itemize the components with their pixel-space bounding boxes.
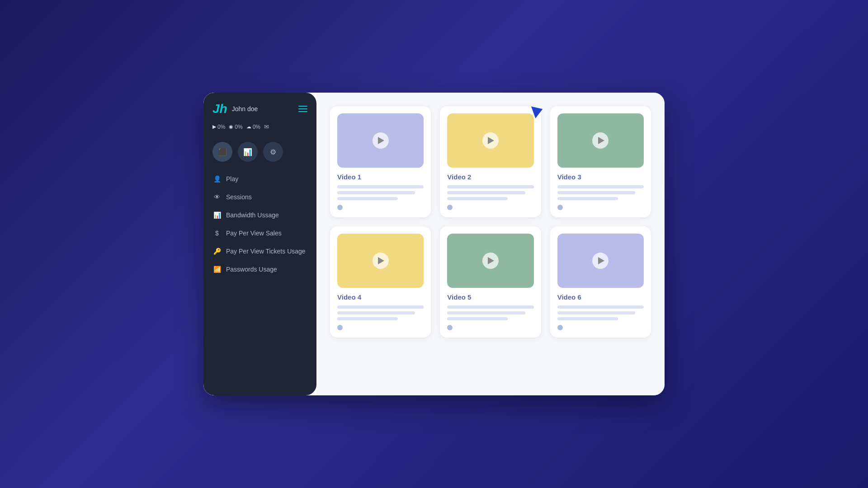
record-stat-icon: ◉ <box>229 124 233 130</box>
sidebar-item-passwords-usage-label: Passwords Usage <box>226 266 277 273</box>
video-line-6b <box>557 311 635 314</box>
settings-icon-btn[interactable]: ⚙ <box>263 142 283 162</box>
sidebar-header: Jh John doe <box>203 102 316 121</box>
user-name: John doe <box>232 105 258 113</box>
video-line-5a <box>447 305 533 309</box>
video-dot-6 <box>557 325 563 330</box>
chart-icon-btn[interactable]: 📊 <box>238 142 258 162</box>
video-card-5[interactable]: Video 5 <box>440 226 541 338</box>
video-line-1a <box>337 185 424 188</box>
sidebar-item-ppv-tickets-label: Pay Per View Tickets Usage <box>226 248 306 255</box>
play-triangle-icon <box>378 137 384 144</box>
sidebar-item-bandwidth-label: Bandwidth Ussage <box>226 211 279 219</box>
sidebar-item-ppv-sales-label: Pay Per View Sales <box>226 230 282 237</box>
video-thumbnail-2 <box>447 113 533 168</box>
play-triangle-icon <box>598 137 604 144</box>
video-card-1[interactable]: Video 1 <box>330 106 431 217</box>
play-button-5[interactable] <box>482 253 499 269</box>
video-thumbnail-3 <box>557 113 644 168</box>
video-line-1b <box>337 191 415 194</box>
mail-icon: ✉ <box>264 123 269 130</box>
cursor-arrow <box>531 103 545 118</box>
video-line-6a <box>557 305 644 309</box>
sidebar-stats: ▶ 0% ◉ 0% ☁ 0% ✉ <box>203 121 316 137</box>
sidebar-nav: 👤 Play 👁 Sessions 📊 Bandwidth Ussage $ P… <box>203 171 316 277</box>
stat-cloud: ☁ 0% <box>246 124 260 130</box>
video-line-4c <box>337 317 398 320</box>
video-line-2a <box>447 185 533 188</box>
video-card-2[interactable]: Video 2 <box>440 106 541 217</box>
video-dot-3 <box>557 205 563 210</box>
play-button-6[interactable] <box>592 253 609 269</box>
video-line-4a <box>337 305 424 309</box>
video-line-6c <box>557 317 618 320</box>
sidebar-item-sessions[interactable]: 👁 Sessions <box>208 189 312 205</box>
video-line-5b <box>447 311 525 314</box>
sidebar-logo: Jh John doe <box>212 102 258 116</box>
video-title-1: Video 1 <box>337 173 424 181</box>
play-button-2[interactable] <box>482 132 499 149</box>
play-nav-icon: 👤 <box>213 175 221 183</box>
video-line-4b <box>337 311 415 314</box>
video-thumbnail-5 <box>447 234 533 288</box>
sessions-nav-icon: 👁 <box>213 193 221 201</box>
monitor-icon-btn[interactable]: ⬛ <box>212 142 232 162</box>
hamburger-menu-icon[interactable] <box>298 106 307 112</box>
video-thumbnail-1 <box>337 113 424 168</box>
sidebar-item-play-label: Play <box>226 175 238 183</box>
video-line-3a <box>557 185 644 188</box>
sidebar-item-play[interactable]: 👤 Play <box>208 171 312 187</box>
record-stat-value: 0% <box>235 124 242 130</box>
stat-play: ▶ 0% <box>212 124 225 130</box>
video-line-2c <box>447 197 508 200</box>
stat-record: ◉ 0% <box>229 124 242 130</box>
play-triangle-icon <box>378 257 384 264</box>
video-line-2b <box>447 191 525 194</box>
play-triangle-icon <box>488 137 494 144</box>
video-card-3[interactable]: Video 3 <box>550 106 651 217</box>
play-stat-value: 0% <box>217 124 225 130</box>
ppv-tickets-nav-icon: 🔑 <box>213 248 221 255</box>
video-card-4[interactable]: Video 4 <box>330 226 431 338</box>
video-line-5c <box>447 317 508 320</box>
sidebar-item-sessions-label: Sessions <box>226 193 252 201</box>
video-title-6: Video 6 <box>557 293 644 301</box>
video-dot-5 <box>447 325 453 330</box>
video-title-2: Video 2 <box>447 173 533 181</box>
ppv-sales-nav-icon: $ <box>213 230 221 237</box>
play-triangle-icon <box>598 257 604 264</box>
video-title-5: Video 5 <box>447 293 533 301</box>
play-button-4[interactable] <box>373 253 389 269</box>
cloud-stat-icon: ☁ <box>246 124 251 130</box>
sidebar: Jh John doe ▶ 0% ◉ 0% ☁ 0% ✉ <box>203 93 316 395</box>
play-button-3[interactable] <box>592 132 609 149</box>
video-title-3: Video 3 <box>557 173 644 181</box>
chart-icon: 📊 <box>243 148 252 156</box>
passwords-nav-icon: 📶 <box>213 266 221 273</box>
app-container: Jh John doe ▶ 0% ◉ 0% ☁ 0% ✉ <box>203 93 665 395</box>
video-thumbnail-4 <box>337 234 424 288</box>
video-thumbnail-6 <box>557 234 644 288</box>
video-line-3b <box>557 191 635 194</box>
logo-text: Jh <box>212 102 227 116</box>
video-dot-1 <box>337 205 343 210</box>
main-content: Video 1 Video 2 <box>316 93 665 395</box>
cloud-stat-value: 0% <box>253 124 260 130</box>
play-button-1[interactable] <box>373 132 389 149</box>
play-triangle-icon <box>488 257 494 264</box>
sidebar-item-ppv-tickets[interactable]: 🔑 Pay Per View Tickets Usage <box>208 243 312 259</box>
video-card-6[interactable]: Video 6 <box>550 226 651 338</box>
monitor-icon: ⬛ <box>218 148 227 156</box>
video-line-3c <box>557 197 618 200</box>
video-title-4: Video 4 <box>337 293 424 301</box>
sidebar-icon-buttons: ⬛ 📊 ⚙ <box>203 137 316 171</box>
bandwidth-nav-icon: 📊 <box>213 211 221 219</box>
sidebar-item-bandwidth[interactable]: 📊 Bandwidth Ussage <box>208 207 312 223</box>
sidebar-item-ppv-sales[interactable]: $ Pay Per View Sales <box>208 225 312 241</box>
video-line-1c <box>337 197 398 200</box>
sidebar-item-passwords-usage[interactable]: 📶 Passwords Usage <box>208 261 312 277</box>
video-grid: Video 1 Video 2 <box>330 106 651 338</box>
video-dot-2 <box>447 205 453 210</box>
video-dot-4 <box>337 325 343 330</box>
gear-icon: ⚙ <box>270 148 276 156</box>
